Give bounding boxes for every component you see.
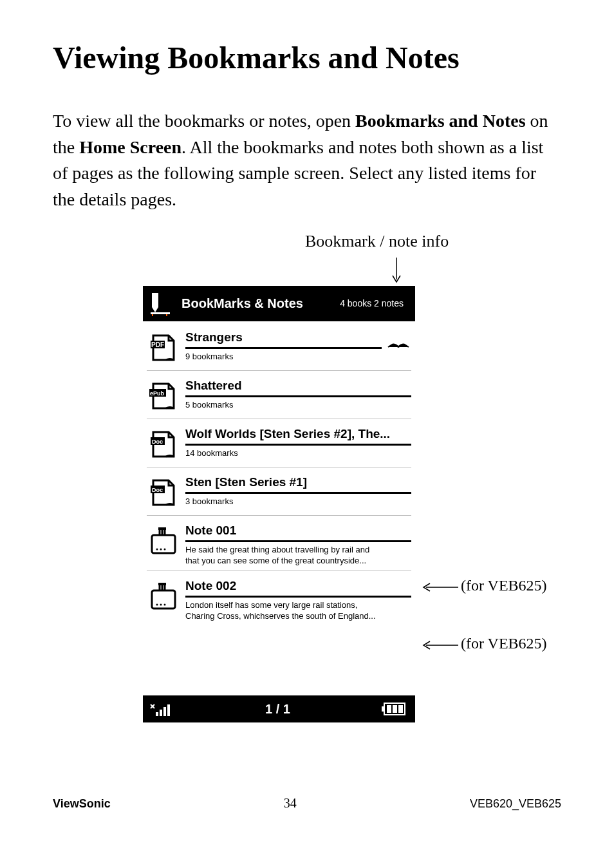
intro-bold-1: Bookmarks and Notes	[355, 111, 525, 131]
item-title: Note 001	[185, 524, 411, 538]
svg-point-19	[156, 604, 158, 606]
title-underline	[185, 395, 411, 397]
callout-model-1: (for VEB625)	[461, 577, 547, 594]
list-item-body: Wolf Worlds [Sten Series #2], The... 14 …	[185, 427, 411, 458]
screen-info-count: 4 books 2 notes	[340, 298, 404, 308]
svg-point-21	[164, 604, 166, 606]
signal-icon	[147, 699, 175, 719]
title-underline	[185, 492, 411, 494]
manual-page: Viewing Bookmarks and Notes To view all …	[0, 0, 614, 868]
svg-text:ePub: ePub	[150, 390, 165, 397]
arrow-down-icon	[390, 256, 403, 285]
svg-rect-5	[166, 314, 167, 316]
svg-point-17	[164, 549, 166, 551]
item-title: Shattered	[185, 379, 411, 393]
doc-doc-icon: Doc	[147, 476, 180, 510]
item-subtitle-2: that you can see some of the great count…	[185, 556, 411, 565]
item-subtitle-2: Charing Cross, whichserves the south of …	[185, 611, 411, 621]
list-item[interactable]: Note 002 London itself has some very lar…	[143, 571, 415, 626]
svg-rect-3	[151, 312, 170, 314]
intro-bold-2: Home Screen	[79, 137, 181, 157]
svg-marker-2	[152, 307, 158, 312]
bookmarks-header-icon	[148, 290, 174, 316]
svg-rect-27	[382, 706, 384, 712]
svg-text:Doc: Doc	[152, 439, 163, 445]
svg-rect-25	[167, 704, 170, 716]
list-item-body: Note 001 He said the great thing about t…	[185, 524, 411, 565]
intro-paragraph: To view all the bookmarks or notes, open…	[53, 108, 563, 212]
list-item-body: Shattered 5 bookmarks	[185, 379, 411, 410]
list-item-body: Strangers 9 bookmarks	[185, 330, 382, 361]
svg-point-20	[160, 604, 162, 606]
footer-page-number: 34	[111, 796, 470, 811]
svg-rect-18	[152, 590, 175, 609]
item-subtitle: 3 bookmarks	[185, 496, 411, 506]
svg-rect-28	[387, 705, 391, 713]
svg-rect-1	[152, 293, 158, 307]
doc-doc-icon: Doc	[147, 428, 180, 462]
note-icon	[147, 580, 180, 614]
intro-text-1: To view all the bookmarks or notes, open	[53, 111, 355, 131]
bookmark-note-list: PDF Strangers 9 bookmarks ePub Shatte	[143, 321, 415, 626]
item-subtitle: He said the great thing about travelling…	[185, 545, 411, 554]
svg-text:PDF: PDF	[151, 341, 164, 348]
note-icon	[147, 525, 180, 558]
svg-rect-24	[163, 707, 166, 716]
svg-rect-30	[398, 705, 403, 713]
title-underline	[185, 347, 382, 349]
item-subtitle: 9 bookmarks	[185, 352, 382, 361]
list-item-body: Sten [Sten Series #1] 3 bookmarks	[185, 475, 411, 506]
currently-reading-icon	[386, 334, 411, 351]
arrow-left-icon	[421, 582, 460, 592]
item-subtitle: 5 bookmarks	[185, 400, 411, 410]
page-heading: Viewing Bookmarks and Notes	[53, 40, 460, 75]
svg-rect-14	[152, 535, 175, 553]
battery-icon	[380, 701, 410, 717]
footer-model: VEB620_VEB625	[470, 797, 561, 811]
page-indicator: 1 / 1	[175, 702, 380, 717]
callout-model-2: (for VEB625)	[461, 635, 547, 652]
svg-rect-22	[156, 712, 158, 716]
arrow-left-icon	[421, 640, 460, 650]
screen-header: BookMarks & Notes 4 books 2 notes	[143, 286, 415, 321]
footer-brand: ViewSonic	[53, 797, 111, 811]
device-screen: BookMarks & Notes 4 books 2 notes PDF St…	[143, 286, 415, 722]
item-title: Sten [Sten Series #1]	[185, 475, 411, 489]
item-subtitle: 14 bookmarks	[185, 448, 411, 458]
svg-rect-29	[393, 705, 397, 713]
doc-pdf-icon: PDF	[147, 332, 180, 365]
screen-footer: 1 / 1	[143, 695, 415, 722]
svg-rect-23	[160, 710, 162, 716]
svg-rect-4	[152, 314, 153, 316]
list-item-body: Note 002 London itself has some very lar…	[185, 579, 411, 621]
doc-epub-icon: ePub	[147, 380, 180, 413]
item-title: Note 002	[185, 579, 411, 593]
title-underline	[185, 540, 411, 542]
svg-point-16	[160, 549, 162, 551]
svg-point-15	[156, 549, 158, 551]
title-underline	[185, 596, 411, 598]
callout-bookmark-note-info: Bookmark / note info	[305, 232, 449, 251]
item-subtitle: London itself has some very large rail s…	[185, 600, 411, 610]
list-item[interactable]: Note 001 He said the great thing about t…	[143, 516, 415, 571]
screen-title: BookMarks & Notes	[181, 296, 303, 311]
list-item[interactable]: ePub Shattered 5 bookmarks	[143, 371, 415, 419]
item-title: Wolf Worlds [Sten Series #2], The...	[185, 427, 411, 441]
page-footer: ViewSonic 34 VEB620_VEB625	[53, 796, 561, 811]
title-underline	[185, 444, 411, 446]
list-item[interactable]: PDF Strangers 9 bookmarks	[143, 323, 415, 370]
list-item[interactable]: Doc Sten [Sten Series #1] 3 bookmarks	[143, 467, 415, 515]
item-title: Strangers	[185, 330, 382, 344]
svg-text:Doc: Doc	[152, 487, 163, 493]
list-item[interactable]: Doc Wolf Worlds [Sten Series #2], The...…	[143, 419, 415, 467]
